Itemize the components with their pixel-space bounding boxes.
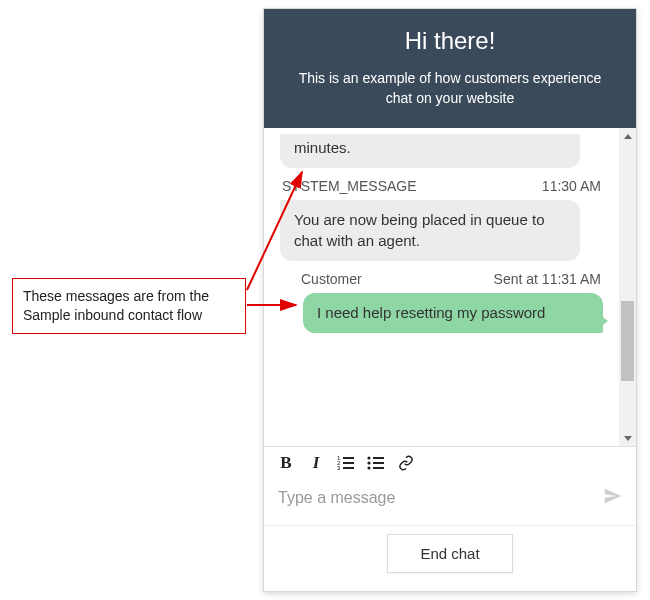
message-sender: Customer xyxy=(301,271,362,287)
format-toolbar: B I 123 xyxy=(264,447,636,477)
svg-rect-6 xyxy=(373,457,384,459)
message-input[interactable] xyxy=(276,481,592,515)
message-text: I need help resetting my password xyxy=(317,304,545,321)
scroll-track[interactable] xyxy=(619,145,636,429)
svg-point-10 xyxy=(367,461,370,464)
scroll-up-icon[interactable] xyxy=(619,128,636,145)
message-bubble-agent: minutes. xyxy=(280,134,580,168)
message-meta-system: SYSTEM_MESSAGE 11:30 AM xyxy=(282,178,601,194)
bubble-tail-icon xyxy=(600,315,608,327)
svg-rect-1 xyxy=(343,462,354,464)
composer: B I 123 xyxy=(264,446,636,525)
svg-rect-2 xyxy=(343,467,354,469)
bold-icon[interactable]: B xyxy=(276,453,296,473)
ordered-list-icon[interactable]: 123 xyxy=(336,453,356,473)
svg-point-11 xyxy=(367,466,370,469)
message-time: 11:30 AM xyxy=(542,178,601,194)
scrollbar[interactable] xyxy=(619,128,636,446)
message-time: Sent at 11:31 AM xyxy=(494,271,601,287)
send-icon[interactable] xyxy=(602,485,624,511)
annotation-callout: These messages are from the Sample inbou… xyxy=(12,278,246,334)
chat-header: Hi there! This is an example of how cust… xyxy=(264,9,636,128)
messages-list[interactable]: minutes. SYSTEM_MESSAGE 11:30 AM You are… xyxy=(264,128,619,446)
message-sender: SYSTEM_MESSAGE xyxy=(282,178,417,194)
italic-icon[interactable]: I xyxy=(306,453,326,473)
message-text: You are now being placed in queue to cha… xyxy=(294,211,544,248)
scroll-down-icon[interactable] xyxy=(619,429,636,446)
chat-header-subtitle: This is an example of how customers expe… xyxy=(284,69,616,108)
message-text: minutes. xyxy=(294,139,351,156)
chat-header-title: Hi there! xyxy=(284,27,616,55)
chat-footer: End chat xyxy=(264,525,636,591)
svg-point-9 xyxy=(367,456,370,459)
message-bubble-customer: I need help resetting my password xyxy=(303,293,603,333)
scroll-thumb[interactable] xyxy=(621,301,634,380)
link-icon[interactable] xyxy=(396,453,416,473)
chat-widget: Hi there! This is an example of how cust… xyxy=(263,8,637,592)
svg-rect-8 xyxy=(373,467,384,469)
svg-rect-0 xyxy=(343,457,354,459)
end-chat-button[interactable]: End chat xyxy=(387,534,512,573)
svg-text:3: 3 xyxy=(337,465,341,471)
unordered-list-icon[interactable] xyxy=(366,453,386,473)
input-row xyxy=(264,477,636,525)
message-bubble-system: You are now being placed in queue to cha… xyxy=(280,200,580,261)
svg-rect-7 xyxy=(373,462,384,464)
message-meta-customer: Customer Sent at 11:31 AM xyxy=(301,271,601,287)
messages-area: minutes. SYSTEM_MESSAGE 11:30 AM You are… xyxy=(264,128,636,446)
annotation-callout-text: These messages are from the Sample inbou… xyxy=(23,288,209,323)
